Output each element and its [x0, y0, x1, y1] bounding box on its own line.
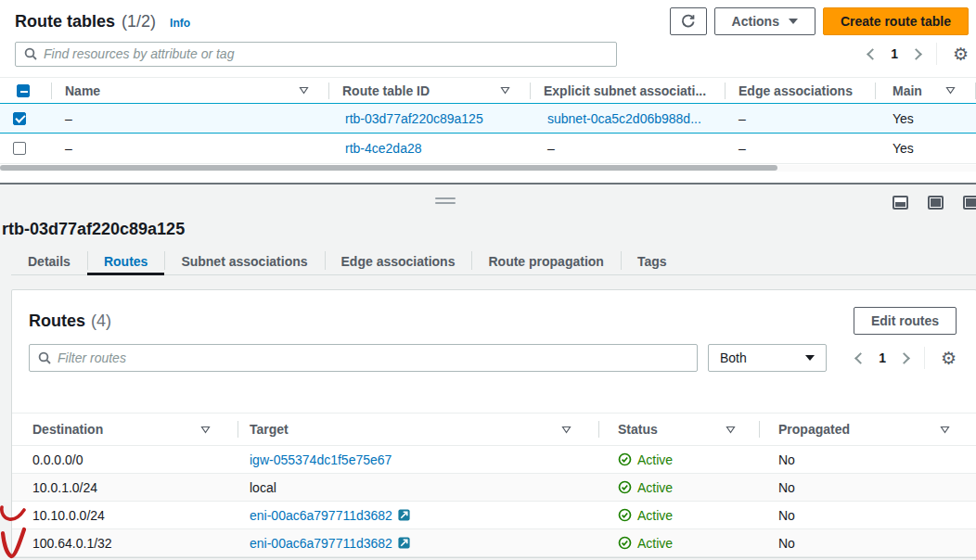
- settings-gear-icon[interactable]: ⚙: [941, 350, 957, 367]
- column-header-propagated[interactable]: Propagated: [760, 414, 976, 445]
- column-header-target[interactable]: Target: [238, 414, 599, 445]
- scrollbar-thumb[interactable]: [0, 165, 777, 171]
- route-row[interactable]: 0.0.0.0/0 igw-055374dc1f5e75e67 Active N…: [12, 446, 976, 474]
- status-label: Active: [637, 536, 673, 551]
- propagated-cell: No: [760, 452, 976, 467]
- route-table-id-link[interactable]: rtb-03d77af220c89a125: [345, 111, 483, 126]
- next-page-icon[interactable]: [910, 48, 922, 60]
- create-route-table-button[interactable]: Create route table: [823, 7, 969, 35]
- table-row[interactable]: – rtb-4ce2da28 – – Yes: [0, 134, 976, 164]
- subnet-cell: subnet-0ca5c2d06b988d...: [531, 111, 726, 126]
- sort-icon: [726, 426, 736, 434]
- external-link-icon[interactable]: [398, 509, 410, 521]
- sort-icon: [945, 86, 956, 95]
- column-header-explicit-subnet[interactable]: Explicit subnet associati...: [531, 78, 726, 103]
- table-header-row: Name Route table ID Explicit subnet asso…: [0, 77, 976, 103]
- tab-edge-associations[interactable]: Edge associations: [325, 248, 472, 274]
- status-active-icon: [618, 536, 632, 550]
- destination-cell: 100.64.0.1/32: [12, 536, 238, 551]
- routes-card: Routes (4) Edit routes Both: [11, 289, 976, 558]
- status-cell: Active: [599, 508, 760, 523]
- subnet-link[interactable]: subnet-0ca5c2d06b988d...: [547, 111, 701, 126]
- target-link[interactable]: eni-00ac6a797711d3682: [250, 536, 392, 551]
- tab-subnet-associations[interactable]: Subnet associations: [164, 248, 324, 274]
- search-icon: [24, 47, 37, 60]
- target-link[interactable]: igw-055374dc1f5e75e67: [250, 452, 392, 467]
- status-cell: Active: [599, 452, 760, 467]
- search-row: 1 ⚙: [15, 41, 969, 67]
- column-header-name[interactable]: Name: [52, 78, 329, 103]
- select-all-checkbox[interactable]: [17, 84, 30, 97]
- routes-title-group: Routes (4): [29, 312, 111, 331]
- detail-panel-title: rtb-03d77af220c89a125: [2, 220, 185, 239]
- status-label: Active: [637, 452, 673, 467]
- panel-layout-bottom-icon[interactable]: [893, 196, 908, 210]
- sort-icon: [500, 86, 510, 95]
- tab-routes[interactable]: Routes: [87, 248, 164, 274]
- prev-page-icon[interactable]: [854, 352, 867, 364]
- panel-layout-full-icon[interactable]: [928, 196, 944, 210]
- status-cell: Active: [599, 480, 760, 495]
- header-actions: Actions Create route table: [670, 7, 969, 35]
- name-cell: –: [52, 111, 329, 126]
- main-cell: Yes: [876, 141, 976, 156]
- destination-cell: 10.0.1.0/24: [12, 480, 238, 495]
- settings-gear-icon[interactable]: ⚙: [953, 45, 969, 63]
- search-icon: [38, 351, 51, 364]
- filter-routes-input[interactable]: [58, 350, 688, 365]
- routes-table: Destination Target Status Propagated: [12, 413, 976, 557]
- selection-count: (1/2): [122, 12, 156, 32]
- column-label: Route table ID: [342, 83, 430, 98]
- column-header-status[interactable]: Status: [599, 414, 760, 445]
- prev-page-icon[interactable]: [867, 48, 879, 60]
- column-header-edge-associations[interactable]: Edge associations: [726, 78, 876, 103]
- pagination-top: 1 ⚙: [868, 43, 969, 65]
- edit-routes-button[interactable]: Edit routes: [854, 307, 957, 335]
- next-page-icon[interactable]: [898, 352, 910, 364]
- route-row[interactable]: 10.10.0.0/24 eni-00ac6a797711d3682 Activ…: [12, 502, 976, 529]
- search-input[interactable]: [44, 46, 608, 61]
- create-button-label: Create route table: [841, 14, 951, 29]
- sort-icon: [299, 86, 309, 95]
- target-cell: eni-00ac6a797711d3682: [238, 508, 599, 523]
- tab-details[interactable]: Details: [11, 248, 87, 274]
- both-dropdown[interactable]: Both: [708, 344, 827, 372]
- route-table-id-link[interactable]: rtb-4ce2da28: [345, 141, 422, 156]
- column-header-route-table-id[interactable]: Route table ID: [329, 78, 531, 103]
- vpc-route-tables-screen: Route tables (1/2) Info Actions Create r…: [0, 0, 976, 560]
- detail-tabs: Details Routes Subnet associations Edge …: [11, 248, 976, 275]
- actions-button[interactable]: Actions: [714, 7, 815, 35]
- destination-cell: 0.0.0.0/0: [12, 452, 238, 467]
- column-header-destination[interactable]: Destination: [12, 414, 238, 445]
- route-row[interactable]: 10.0.1.0/24 local Active No: [12, 474, 976, 502]
- actions-button-label: Actions: [732, 14, 779, 29]
- tab-tags[interactable]: Tags: [621, 248, 684, 274]
- external-link-icon[interactable]: [398, 537, 410, 549]
- tab-route-propagation[interactable]: Route propagation: [471, 248, 620, 274]
- caret-down-icon: [805, 355, 815, 361]
- refresh-button[interactable]: [670, 7, 707, 35]
- info-link[interactable]: Info: [170, 17, 190, 30]
- row-checkbox[interactable]: [13, 142, 26, 155]
- propagated-cell: No: [760, 508, 976, 523]
- id-cell: rtb-03d77af220c89a125: [329, 111, 531, 126]
- panel-layout-side-icon[interactable]: [963, 196, 976, 210]
- checkbox-cell: [0, 142, 52, 155]
- row-checkbox[interactable]: [13, 112, 26, 125]
- column-label: Status: [618, 422, 658, 437]
- propagated-cell: No: [760, 480, 976, 495]
- page-title-group: Route tables (1/2) Info: [15, 12, 190, 32]
- column-header-main[interactable]: Main: [876, 78, 976, 103]
- page-number: 1: [891, 46, 898, 61]
- target-link[interactable]: eni-00ac6a797711d3682: [250, 508, 392, 523]
- caret-down-icon: [789, 19, 798, 24]
- edge-cell: –: [726, 141, 876, 156]
- page-number: 1: [879, 350, 886, 365]
- split-drag-handle[interactable]: [435, 197, 456, 207]
- status-cell: Active: [599, 536, 760, 551]
- table-row-selected[interactable]: – rtb-03d77af220c89a125 subnet-0ca5c2d06…: [0, 103, 976, 134]
- column-label: Explicit subnet associati...: [544, 83, 706, 98]
- route-row[interactable]: 100.64.0.1/32 eni-00ac6a797711d3682 Acti…: [12, 529, 976, 557]
- routes-title: Routes: [29, 312, 85, 331]
- column-label: Name: [65, 83, 100, 98]
